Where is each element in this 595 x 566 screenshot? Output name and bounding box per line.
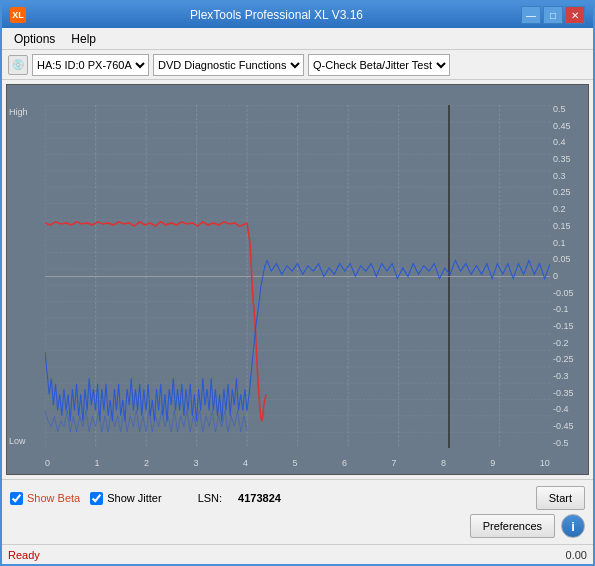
chart-svg [45, 105, 550, 448]
window-title: PlexTools Professional XL V3.16 [32, 8, 521, 22]
help-menu[interactable]: Help [63, 30, 104, 48]
status-bar: Ready 0.00 [2, 544, 593, 564]
app-icon: XL [10, 7, 26, 23]
y-high-label: High [9, 107, 28, 117]
function-select[interactable]: DVD Diagnostic Functions [153, 54, 304, 76]
show-jitter-label: Show Jitter [107, 492, 161, 504]
lsn-label: LSN: [198, 492, 222, 504]
status-text: Ready [8, 549, 40, 561]
x-axis: 0 1 2 3 4 5 6 7 8 9 10 [45, 458, 550, 468]
main-window: XL PlexTools Professional XL V3.16 — □ ✕… [0, 0, 595, 566]
show-jitter-checkbox[interactable]: Show Jitter [90, 492, 161, 505]
start-button[interactable]: Start [536, 486, 585, 510]
test-select[interactable]: Q-Check Beta/Jitter Test [308, 54, 450, 76]
maximize-button[interactable]: □ [543, 6, 563, 24]
show-beta-checkbox[interactable]: Show Beta [10, 492, 80, 505]
menu-bar: Options Help [2, 28, 593, 50]
info-button[interactable]: i [561, 514, 585, 538]
preferences-button[interactable]: Preferences [470, 514, 555, 538]
bottom-bar: Show Beta Show Jitter LSN: 4173824 Start… [2, 479, 593, 544]
show-beta-label: Show Beta [27, 492, 80, 504]
jitter-checkbox-input[interactable] [90, 492, 103, 505]
beta-checkbox-input[interactable] [10, 492, 23, 505]
minimize-button[interactable]: — [521, 6, 541, 24]
drive-icon: 💿 [8, 55, 28, 75]
options-menu[interactable]: Options [6, 30, 63, 48]
close-button[interactable]: ✕ [565, 6, 585, 24]
lsn-value: 4173824 [238, 492, 281, 504]
bottom-row-1: Show Beta Show Jitter LSN: 4173824 Start [10, 486, 585, 510]
title-bar: XL PlexTools Professional XL V3.16 — □ ✕ [2, 2, 593, 28]
y-axis-right: 0.5 0.45 0.4 0.35 0.3 0.25 0.2 0.15 0.1 … [550, 105, 588, 448]
window-controls: — □ ✕ [521, 6, 585, 24]
bottom-row-2: Preferences i [10, 514, 585, 538]
drive-select[interactable]: HA:5 ID:0 PX-760A [32, 54, 149, 76]
status-values: 0.00 [566, 549, 587, 561]
y-low-label: Low [9, 436, 26, 446]
chart-area: High Low 0.5 0.45 0.4 0.35 0.3 0.25 0.2 … [6, 84, 589, 475]
toolbar: 💿 HA:5 ID:0 PX-760A DVD Diagnostic Funct… [2, 50, 593, 80]
